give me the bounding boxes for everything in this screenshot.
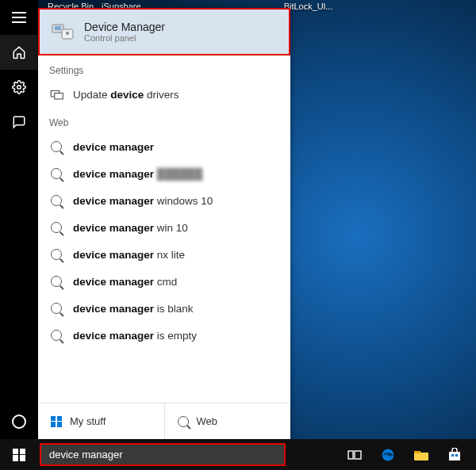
web-result-0[interactable]: device manager [38, 133, 290, 160]
web-result-label: device manager windows 10 [73, 195, 213, 207]
task-view-icon [347, 449, 362, 460]
gear-icon [12, 80, 26, 94]
feedback-icon [12, 115, 26, 129]
svg-rect-2 [55, 26, 61, 30]
section-header-settings: Settings [38, 55, 290, 81]
web-result-4[interactable]: device manager nx lite [38, 241, 290, 268]
web-result-label: device manager is blank [73, 303, 194, 315]
taskbar-search-input[interactable]: device manager [40, 443, 286, 466]
store-button[interactable] [440, 439, 470, 470]
home-button[interactable] [0, 35, 38, 70]
search-icon [49, 274, 63, 288]
search-icon [49, 193, 63, 208]
web-result-3[interactable]: device manager win 10 [38, 214, 290, 241]
best-match-result[interactable]: Device Manager Control panel [38, 8, 290, 55]
web-result-label: device manager [73, 141, 154, 153]
cortana-button[interactable] [0, 404, 38, 439]
web-result-6[interactable]: device manager is blank [38, 295, 290, 322]
svg-rect-11 [449, 452, 460, 460]
filter-tabs: My stuff Web [38, 403, 290, 439]
search-icon [49, 166, 63, 181]
task-view-button[interactable] [340, 439, 370, 470]
search-icon [49, 139, 63, 154]
web-result-label: device manager ██████ [73, 168, 202, 180]
edge-browser-button[interactable] [373, 439, 403, 470]
search-icon [49, 247, 63, 262]
web-result-2[interactable]: device manager windows 10 [38, 187, 290, 214]
best-match-subtitle: Control panel [84, 33, 165, 43]
device-manager-icon [51, 21, 75, 42]
web-result-5[interactable]: device manager cmd [38, 268, 290, 295]
search-results-panel: Device Manager Control panel Settings Up… [38, 8, 290, 439]
windows-logo-icon [51, 416, 62, 427]
hamburger-icon [12, 17, 26, 18]
search-icon [178, 416, 189, 427]
file-explorer-button[interactable] [406, 439, 436, 470]
web-result-1[interactable]: device manager ██████ [38, 160, 290, 187]
svg-rect-6 [55, 94, 63, 100]
settings-result-label: Update device drivers [73, 89, 179, 101]
web-result-label: device manager nx lite [73, 249, 185, 261]
web-result-label: device manager cmd [73, 276, 177, 288]
svg-point-4 [66, 32, 69, 35]
best-match-text: Device Manager Control panel [84, 21, 165, 43]
svg-rect-13 [455, 454, 458, 457]
settings-result-update-drivers[interactable]: Update device drivers [38, 81, 290, 108]
search-icon [49, 301, 63, 315]
cortana-icon [12, 415, 26, 429]
search-query-text: device manager [49, 449, 123, 460]
search-icon [49, 220, 63, 235]
filter-tab-my-stuff[interactable]: My stuff [38, 403, 165, 439]
taskbar: device manager [0, 439, 476, 470]
filter-tab-web-label: Web [197, 415, 218, 427]
web-result-label: device manager win 10 [73, 222, 188, 234]
expand-menu-button[interactable] [0, 0, 38, 35]
search-icon [49, 328, 63, 342]
edge-icon [380, 447, 396, 463]
web-result-7[interactable]: device manager is empty [38, 322, 290, 349]
feedback-button[interactable] [0, 105, 38, 139]
svg-point-0 [17, 86, 21, 90]
svg-rect-10 [414, 451, 420, 453]
folder-icon [413, 449, 429, 461]
start-left-rail [0, 0, 38, 439]
web-result-label: device manager is empty [73, 330, 197, 342]
start-button[interactable] [0, 439, 38, 470]
filter-tab-my-stuff-label: My stuff [70, 415, 106, 427]
store-icon [447, 448, 462, 462]
svg-rect-8 [355, 451, 361, 459]
start-icon [13, 449, 25, 461]
taskbar-pinned-apps [340, 439, 476, 470]
svg-rect-7 [348, 451, 353, 459]
settings-result-icon [49, 87, 63, 101]
svg-rect-12 [451, 454, 454, 457]
home-icon [12, 45, 26, 59]
section-header-web: Web [38, 108, 290, 133]
best-match-title: Device Manager [84, 21, 165, 33]
desktop-icon-bitlock[interactable]: BitLock_Ul... [284, 2, 333, 11]
filter-tab-web[interactable]: Web [165, 403, 291, 439]
settings-button[interactable] [0, 70, 38, 105]
